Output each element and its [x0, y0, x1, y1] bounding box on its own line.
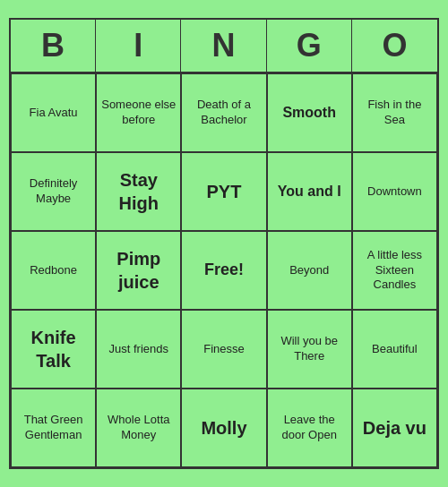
- bingo-cell-1: Someone else before: [96, 73, 181, 152]
- bingo-letter-b: B: [11, 20, 96, 72]
- bingo-letter-g: G: [267, 20, 352, 72]
- bingo-cell-12: Free!: [181, 231, 266, 310]
- bingo-cell-0: Fia Avatu: [11, 73, 96, 152]
- bingo-letter-o: O: [352, 20, 437, 72]
- bingo-cell-6: Stay High: [96, 152, 181, 231]
- bingo-cell-20: That Green Gentleman: [11, 389, 96, 467]
- bingo-cell-21: Whole Lotta Money: [96, 389, 181, 467]
- bingo-cell-19: Beautiful: [352, 310, 437, 389]
- bingo-cell-4: Fish in the Sea: [352, 73, 437, 152]
- bingo-cell-9: Downtown: [352, 152, 437, 231]
- bingo-cell-24: Deja vu: [352, 389, 437, 467]
- bingo-card: BINGO Fia AvatuSomeone else beforeDeath …: [9, 18, 439, 469]
- bingo-cell-11: Pimp juice: [96, 231, 181, 310]
- bingo-cell-22: Molly: [181, 389, 266, 467]
- bingo-cell-7: PYT: [181, 152, 266, 231]
- bingo-cell-13: Beyond: [267, 231, 352, 310]
- bingo-letter-i: I: [96, 20, 181, 72]
- bingo-cell-10: Redbone: [11, 231, 96, 310]
- bingo-cell-5: Definitely Maybe: [11, 152, 96, 231]
- bingo-grid: Fia AvatuSomeone else beforeDeath of a B…: [11, 73, 437, 467]
- bingo-cell-15: Knife Talk: [11, 310, 96, 389]
- bingo-cell-8: You and I: [267, 152, 352, 231]
- bingo-cell-3: Smooth: [267, 73, 352, 152]
- bingo-cell-18: Will you be There: [267, 310, 352, 389]
- bingo-cell-14: A little less Sixteen Candles: [352, 231, 437, 310]
- bingo-cell-17: Finesse: [181, 310, 266, 389]
- bingo-letter-n: N: [181, 20, 266, 72]
- bingo-cell-2: Death of a Bachelor: [181, 73, 266, 152]
- bingo-cell-16: Just friends: [96, 310, 181, 389]
- bingo-cell-23: Leave the door Open: [267, 389, 352, 467]
- bingo-header: BINGO: [11, 20, 437, 73]
